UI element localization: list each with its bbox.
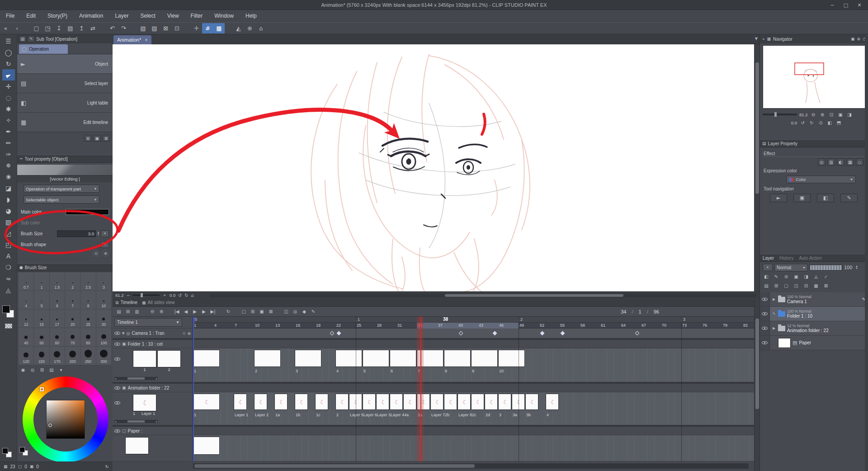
folder1-cel-visibility-icon[interactable]	[114, 357, 120, 362]
layer-mask-icon[interactable]: ▦	[812, 282, 820, 289]
keyframe-options-icon[interactable]: ⊕	[187, 331, 191, 336]
bottom-main-swatch[interactable]	[2, 448, 8, 454]
keyframe-frame-21[interactable]	[330, 331, 335, 336]
brush-size-option-10[interactable]: 10	[96, 291, 111, 309]
timeline-select-dropdown[interactable]: Timeline 1▼	[114, 318, 182, 327]
brush-size-option-6[interactable]: 6	[50, 291, 65, 309]
frame-label-31[interactable]: 31	[397, 323, 402, 328]
snap-special-ruler-icon[interactable]: #	[202, 23, 213, 33]
navigator-preview[interactable]	[763, 45, 866, 109]
snap-grid-icon[interactable]: ▦	[213, 23, 225, 33]
keyframe-frame-22[interactable]	[337, 331, 341, 336]
anim-cel-layer-3[interactable]: ζ	[376, 394, 389, 410]
paper-thumb[interactable]	[125, 437, 149, 454]
brush-size-option-80[interactable]: 80	[80, 328, 95, 346]
export-icon[interactable]: ⇄	[87, 23, 99, 33]
maximize-button[interactable]: □	[839, 0, 853, 10]
palette-menu[interactable]: ☰	[2, 35, 15, 47]
frame-label-37[interactable]: 37	[438, 323, 443, 328]
folder1-thumb-2[interactable]	[157, 350, 181, 367]
invert-selection-icon[interactable]: ⊠	[160, 23, 171, 33]
paper-cel-lane[interactable]	[193, 435, 754, 461]
operation-tool[interactable]: ►	[2, 69, 15, 81]
brush-size-option-5[interactable]: 5	[34, 291, 49, 309]
brush-size-option-8[interactable]: 8	[80, 291, 95, 309]
brush-size-option-15[interactable]: 15	[34, 309, 49, 328]
decoration-tool[interactable]: ❀	[2, 171, 15, 182]
layer-row-folder-1-10[interactable]: ✎100 % NormalFolder 1 : 10	[760, 307, 868, 321]
frame-label-16[interactable]: 16	[296, 323, 300, 328]
blend-tool[interactable]: ◗	[2, 194, 15, 205]
selection-tool[interactable]: ◌	[2, 92, 15, 103]
new-timeline-icon[interactable]: ⊞	[123, 308, 132, 316]
new-folder-icon[interactable]: ◳	[793, 282, 800, 289]
frame-label-82[interactable]: 82	[743, 323, 748, 328]
add-keyframe-icon[interactable]: ◇	[183, 331, 185, 335]
brush-size-option-120[interactable]: 120	[19, 347, 33, 365]
selectable-object-dropdown[interactable]: Selectable object▼	[24, 195, 99, 204]
menu-filter[interactable]: Filter	[185, 10, 209, 22]
palette-color-icon[interactable]: ▾	[763, 264, 773, 271]
layer-visibility-icon[interactable]	[762, 297, 768, 302]
delete-subtool-icon[interactable]: ⊠	[102, 135, 110, 142]
play-icon[interactable]: ▶	[190, 308, 199, 316]
save-icon[interactable]: ↧	[53, 23, 65, 33]
new-layer-icon[interactable]: ⊞	[773, 282, 780, 289]
anim-folder-visibility-icon[interactable]	[114, 385, 120, 390]
reset-view-icon[interactable]: ⌂	[255, 23, 267, 33]
set-as-reference-icon[interactable]: ✓	[822, 273, 830, 280]
folder1-cel-2[interactable]	[254, 350, 281, 367]
text-tool[interactable]: A	[2, 250, 15, 262]
menu-layer[interactable]: Layer	[109, 10, 134, 22]
folder1-cel-9[interactable]	[471, 350, 498, 367]
nav-zoom-in-icon[interactable]: ⊕	[819, 111, 826, 118]
keyframe-frame-40[interactable]	[459, 331, 463, 336]
frame-label-25[interactable]: 25	[357, 323, 361, 328]
zoom-in-timeline-icon[interactable]: ⊕	[157, 308, 166, 316]
figure-tool[interactable]: ◿	[2, 228, 15, 239]
layer-panel-tab-history[interactable]: History	[779, 256, 793, 261]
layer-panel-tab-auto-action[interactable]: Auto Action	[799, 256, 822, 261]
camera-track-visibility-icon[interactable]	[114, 331, 120, 336]
import-icon[interactable]: ↥	[76, 23, 87, 33]
anim-cel-4[interactable]: ζ	[546, 394, 559, 410]
anim-cel-3[interactable]: ζ	[498, 394, 511, 410]
anim-cel-1c[interactable]: ζ	[315, 394, 328, 410]
nav-flip-v-icon[interactable]: ⬒	[835, 119, 842, 126]
right-panel-scrollbar[interactable]	[865, 34, 868, 471]
saturation-value-square[interactable]	[46, 400, 85, 439]
redo-icon[interactable]: ↷	[118, 23, 129, 33]
frame-label-1[interactable]: 1	[194, 323, 196, 328]
timeline-tab[interactable]: ⊞ Timeline	[115, 300, 137, 305]
layer-menu-icon[interactable]: ▤	[763, 282, 770, 289]
mask-icon[interactable]: ◨	[802, 273, 810, 280]
folder1-cel-10[interactable]	[498, 350, 525, 367]
tool-panel-tab-icon[interactable]: ▤	[19, 36, 26, 42]
nav-object-icon[interactable]: ►	[770, 194, 787, 202]
deselect-icon[interactable]: ▧	[137, 23, 149, 33]
brush-size-option-170[interactable]: 170	[50, 347, 65, 365]
anim-cel-2d[interactable]: ζ	[485, 394, 498, 410]
frame-label-76[interactable]: 76	[703, 323, 707, 328]
layer-property-header[interactable]: ▤ Layer Property	[760, 139, 868, 147]
detail-settings-icon[interactable]: ⊛	[102, 250, 109, 257]
collapse-panel-icon[interactable]: «	[762, 37, 765, 41]
frame-label-52[interactable]: 52	[540, 323, 544, 328]
menu-file[interactable]: File	[0, 10, 20, 22]
border-effect-icon[interactable]: ◎	[818, 158, 826, 166]
color-wheel[interactable]	[23, 376, 108, 462]
new-animation-folder-icon[interactable]: ▣	[257, 308, 266, 316]
new-animation-cel-icon[interactable]: ▢	[239, 308, 248, 316]
lock-transparent-icon[interactable]: ▣	[793, 273, 800, 280]
anim-cel-layer-1[interactable]: ζ	[234, 394, 247, 410]
frame-label-55[interactable]: 55	[560, 323, 565, 328]
history-back-icon[interactable]: ‹	[11, 23, 23, 33]
prev-frame-icon[interactable]: ◀	[181, 308, 190, 316]
subview-icon[interactable]: ▣	[851, 37, 855, 41]
frame-label-13[interactable]: 13	[275, 323, 280, 328]
frame-label-46[interactable]: 46	[499, 323, 504, 328]
airbrush-tool[interactable]: ✵	[2, 160, 15, 171]
frame-label-67[interactable]: 67	[642, 323, 646, 328]
anim-cel-layer-8[interactable]: ζ	[458, 394, 471, 410]
wheel-menu[interactable]: ▾	[58, 367, 64, 372]
